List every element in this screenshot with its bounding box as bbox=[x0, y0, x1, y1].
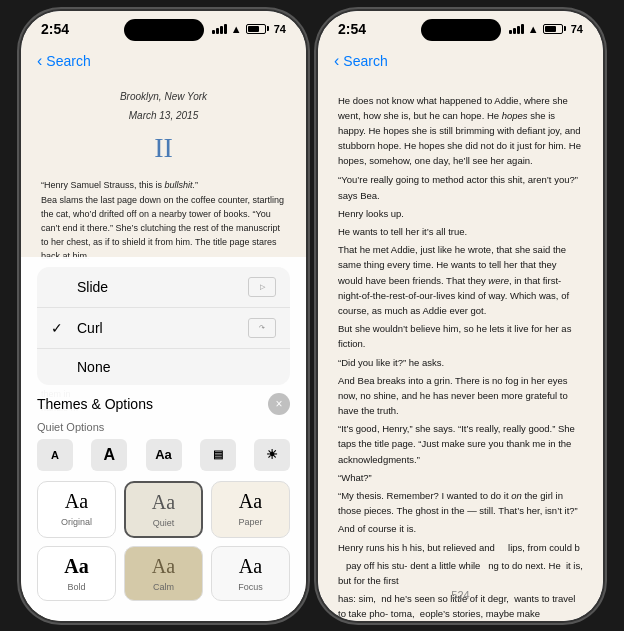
status-icons-left: ▲ 74 bbox=[212, 23, 286, 35]
theme-focus-label: Focus bbox=[238, 582, 263, 592]
battery-icon-right bbox=[543, 24, 566, 34]
right-para-4: That he met Addie, just like he wrote, t… bbox=[338, 242, 583, 318]
book-location: Brooklyn, New York bbox=[41, 89, 286, 104]
bottom-panel: Slide ▷ ✓ Curl ↷ None bbox=[21, 257, 306, 621]
back-label-left: Search bbox=[46, 53, 90, 69]
back-button-left[interactable]: ‹ Search bbox=[37, 52, 91, 70]
right-para-8: “It’s good, Henry,” she says. “It’s real… bbox=[338, 421, 583, 467]
theme-original[interactable]: Aa Original bbox=[37, 481, 116, 538]
right-phone: 2:54 ▲ 74 bbox=[318, 11, 603, 621]
layout-icon: ▤ bbox=[213, 448, 223, 461]
theme-paper-label: Paper bbox=[238, 517, 262, 527]
theme-calm-label: Calm bbox=[153, 582, 174, 592]
layout-button[interactable]: ▤ bbox=[200, 439, 236, 471]
close-icon: × bbox=[275, 397, 282, 411]
right-para-6: “Did you like it?” he asks. bbox=[338, 355, 583, 370]
right-para-3: He wants to tell her it’s all true. bbox=[338, 224, 583, 239]
right-para-13: pay off his stu- dent a little while ng … bbox=[338, 558, 583, 588]
theme-bold-label: Bold bbox=[67, 582, 85, 592]
small-a-label: A bbox=[51, 449, 59, 461]
curl-icon: ↷ bbox=[248, 318, 276, 338]
chevron-left-icon-right: ‹ bbox=[334, 52, 339, 70]
quiet-options-label: Quiet Options bbox=[37, 421, 290, 433]
check-curl: ✓ bbox=[51, 320, 67, 336]
font-button[interactable]: Aa bbox=[146, 439, 182, 471]
theme-bold[interactable]: Aa Bold bbox=[37, 546, 116, 601]
font-size-decrease[interactable]: A bbox=[37, 439, 73, 471]
wifi-icon-right: ▲ bbox=[528, 23, 539, 35]
status-icons-right: ▲ 74 bbox=[509, 23, 583, 35]
right-para-11: And of course it is. bbox=[338, 521, 583, 536]
menu-item-slide[interactable]: Slide ▷ bbox=[37, 267, 290, 308]
battery-level-right: 74 bbox=[571, 23, 583, 35]
wifi-icon: ▲ bbox=[231, 23, 242, 35]
font-icon: Aa bbox=[155, 447, 172, 462]
theme-calm-sample: Aa bbox=[152, 555, 175, 578]
book-content-right: He does not know what happened to Addie,… bbox=[318, 79, 603, 619]
menu-item-curl[interactable]: ✓ Curl ↷ bbox=[37, 308, 290, 349]
theme-calm[interactable]: Aa Calm bbox=[124, 546, 203, 601]
chapter-number: II bbox=[41, 127, 286, 169]
right-para-12: Henry runs his h his, but relieved and l… bbox=[338, 540, 583, 555]
menu-item-none[interactable]: None bbox=[37, 349, 290, 385]
book-para-1: Bea slams the last page down on the coff… bbox=[41, 194, 286, 264]
themes-header: Themes & Options × bbox=[37, 393, 290, 415]
theme-paper[interactable]: Aa Paper bbox=[211, 481, 290, 538]
battery-level-left: 74 bbox=[274, 23, 286, 35]
theme-quiet-label: Quiet bbox=[153, 518, 175, 528]
signal-icon bbox=[212, 24, 227, 34]
theme-focus-sample: Aa bbox=[239, 555, 262, 578]
theme-quiet[interactable]: Aa Quiet bbox=[124, 481, 203, 538]
theme-focus[interactable]: Aa Focus bbox=[211, 546, 290, 601]
left-phone: 2:54 ▲ 74 bbox=[21, 11, 306, 621]
large-a-label: A bbox=[103, 446, 115, 464]
chevron-left-icon: ‹ bbox=[37, 52, 42, 70]
back-label-right: Search bbox=[343, 53, 387, 69]
page-number: 524 bbox=[451, 589, 469, 601]
close-button[interactable]: × bbox=[268, 393, 290, 415]
right-para-10: “My thesis. Remember? I wanted to do it … bbox=[338, 488, 583, 518]
right-para-0: He does not know what happened to Addie,… bbox=[338, 93, 583, 169]
font-size-increase[interactable]: A bbox=[91, 439, 127, 471]
right-para-1: “You’re really going to method actor thi… bbox=[338, 172, 583, 202]
theme-original-label: Original bbox=[61, 517, 92, 527]
brightness-icon: ☀ bbox=[266, 447, 278, 462]
theme-grid: Aa Original Aa Quiet Aa Paper Aa Bold bbox=[37, 481, 290, 601]
battery-icon bbox=[246, 24, 269, 34]
right-para-7: And Bea breaks into a grin. There is no … bbox=[338, 373, 583, 419]
menu-label-curl: Curl bbox=[77, 320, 103, 336]
time-left: 2:54 bbox=[41, 21, 69, 37]
back-button-right[interactable]: ‹ Search bbox=[334, 52, 388, 70]
book-para-0: “Henry Samuel Strauss, this is bullshit.… bbox=[41, 179, 286, 193]
right-para-2: Henry looks up. bbox=[338, 206, 583, 221]
theme-quiet-sample: Aa bbox=[152, 491, 175, 514]
time-right: 2:54 bbox=[338, 21, 366, 37]
nav-bar-left: ‹ Search bbox=[21, 43, 306, 79]
nav-bar-right: ‹ Search bbox=[318, 43, 603, 79]
theme-paper-sample: Aa bbox=[239, 490, 262, 513]
right-para-9: “What?” bbox=[338, 470, 583, 485]
right-para-5: But she wouldn’t believe him, so he lets… bbox=[338, 321, 583, 351]
themes-label: Themes & Options bbox=[37, 396, 153, 412]
signal-icon-right bbox=[509, 24, 524, 34]
check-slide bbox=[51, 279, 67, 295]
book-header: Brooklyn, New York March 13, 2015 II bbox=[41, 89, 286, 169]
menu-label-slide: Slide bbox=[77, 279, 108, 295]
status-bar-left: 2:54 ▲ 74 bbox=[21, 11, 306, 43]
format-toolbar: A A Aa ▤ ☀ bbox=[37, 439, 290, 471]
status-bar-right: 2:54 ▲ 74 bbox=[318, 11, 603, 43]
book-date: March 13, 2015 bbox=[41, 108, 286, 123]
brightness-button[interactable]: ☀ bbox=[254, 439, 290, 471]
slide-icon: ▷ bbox=[248, 277, 276, 297]
theme-original-sample: Aa bbox=[65, 490, 88, 513]
theme-bold-sample: Aa bbox=[64, 555, 88, 578]
transition-menu: Slide ▷ ✓ Curl ↷ None bbox=[37, 267, 290, 385]
menu-label-none: None bbox=[77, 359, 110, 375]
check-none bbox=[51, 359, 67, 375]
